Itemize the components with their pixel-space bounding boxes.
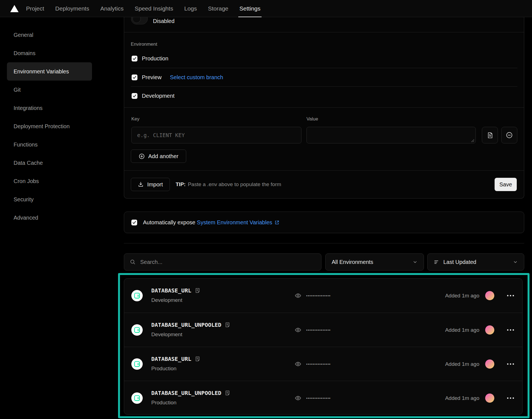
env-var-editor-card: Disabled Environment Production Preview …: [124, 17, 524, 199]
vercel-project-settings-page: Project Deployments Analytics Speed Insi…: [0, 0, 532, 419]
row-actions-menu-icon[interactable]: [507, 396, 515, 400]
sidebar-item-environment-variables[interactable]: Environment Variables: [7, 62, 92, 81]
disabled-toggle-row: Disabled: [124, 17, 524, 32]
neon-integration-icon: [131, 392, 143, 404]
nav-tab-storage[interactable]: Storage: [208, 0, 228, 17]
chevron-down-icon: [513, 259, 518, 264]
sort-dropdown[interactable]: Last Updated: [427, 253, 524, 271]
production-checkbox[interactable]: [132, 56, 137, 61]
sidebar-item-advanced[interactable]: Advanced: [7, 209, 92, 227]
sort-lines-icon: [434, 259, 439, 265]
select-custom-branch-link[interactable]: Select custom branch: [170, 74, 223, 81]
divider: [124, 107, 524, 108]
download-icon: [138, 181, 144, 187]
env-variables-list: DATABASE_URL Development •••••••••••••••…: [124, 278, 523, 415]
reveal-value-eye-icon[interactable]: [295, 361, 301, 367]
row-actions-menu-icon[interactable]: [507, 328, 515, 332]
auto-expose-text: Automatically expose System Environment …: [143, 219, 280, 226]
import-label: Import: [147, 181, 163, 188]
row-actions-menu-icon[interactable]: [507, 293, 515, 298]
env-variable-row: DATABASE_URL_UNPOOLED Development ••••••…: [124, 313, 522, 347]
env-var-environment: Development: [151, 297, 182, 303]
divider: [124, 32, 524, 32]
neon-integration-icon: [131, 324, 143, 336]
sidebar-item-domains[interactable]: Domains: [7, 44, 92, 62]
sidebar-item-integrations[interactable]: Integrations: [7, 99, 92, 117]
vercel-logo-icon[interactable]: [10, 5, 19, 12]
preview-label: Preview: [142, 74, 162, 81]
paste-value-button[interactable]: [482, 127, 498, 143]
checkmark-icon: [132, 94, 137, 98]
masked-value: •••••••••••••••: [306, 347, 331, 381]
add-another-button[interactable]: Add another: [131, 150, 186, 163]
system-env-variables-link[interactable]: System Environment Variables: [197, 219, 272, 225]
auto-expose-checkbox[interactable]: [131, 220, 137, 225]
search-box: [124, 253, 321, 271]
row-actions-menu-icon[interactable]: [507, 362, 515, 366]
environment-section-label: Environment: [131, 42, 157, 47]
search-icon: [130, 259, 136, 265]
sidebar-item-functions[interactable]: Functions: [7, 135, 92, 154]
disabled-toggle-label: Disabled: [153, 18, 175, 24]
development-label: Development: [142, 93, 175, 99]
filter-bar: All Environments Last Updated: [124, 253, 524, 271]
system-env-card: Automatically expose System Environment …: [124, 212, 524, 233]
nav-tab-analytics[interactable]: Analytics: [100, 0, 124, 17]
avatar[interactable]: [485, 325, 494, 335]
nav-tab-project[interactable]: Project: [26, 0, 44, 17]
masked-value: •••••••••••••••: [306, 279, 331, 313]
avatar[interactable]: [485, 394, 494, 403]
preview-checkbox[interactable]: [132, 74, 137, 80]
neon-integration-icon: [131, 290, 143, 301]
env-var-key: DATABASE_URL_UNPOOLED: [151, 322, 221, 328]
note-file-icon[interactable]: [195, 288, 200, 293]
sidebar-item-git[interactable]: Git: [7, 81, 92, 99]
sidebar-item-cron-jobs[interactable]: Cron Jobs: [7, 172, 92, 190]
masked-value: •••••••••••••••: [306, 381, 331, 415]
value-input[interactable]: [306, 127, 476, 143]
env-var-key: DATABASE_URL: [151, 287, 191, 294]
import-tip: TIP: Paste a .env above to populate the …: [176, 178, 281, 191]
development-checkbox[interactable]: [132, 93, 137, 99]
environment-row-development: Development: [131, 86, 517, 105]
avatar[interactable]: [485, 291, 494, 300]
key-input[interactable]: [131, 127, 301, 143]
document-paste-icon: [487, 132, 493, 139]
remove-row-button[interactable]: [501, 127, 517, 143]
checkmark-icon: [132, 56, 137, 61]
note-file-icon[interactable]: [195, 356, 200, 362]
env-var-environment: Production: [151, 400, 177, 406]
added-timestamp: Added 1m ago: [445, 293, 479, 299]
reveal-value-eye-icon[interactable]: [295, 327, 301, 333]
sidebar-item-general[interactable]: General: [7, 26, 92, 44]
divider: [124, 243, 524, 243]
nav-tab-logs[interactable]: Logs: [184, 0, 197, 17]
key-field-label: Key: [131, 116, 139, 122]
save-button[interactable]: Save: [495, 178, 517, 191]
note-file-icon[interactable]: [225, 390, 230, 396]
environment-row-preview: Preview Select custom branch: [131, 68, 517, 86]
env-var-key: DATABASE_URL: [151, 356, 191, 362]
tip-prefix: TIP:: [176, 181, 186, 187]
external-link-icon: [274, 220, 280, 225]
nav-tab-deployments[interactable]: Deployments: [55, 0, 89, 17]
reveal-value-eye-icon[interactable]: [295, 292, 301, 299]
search-input[interactable]: [140, 259, 316, 265]
sidebar-item-deployment-protection[interactable]: Deployment Protection: [7, 117, 92, 135]
auto-expose-prefix: Automatically expose: [143, 219, 195, 225]
avatar[interactable]: [485, 359, 494, 369]
import-button[interactable]: Import: [131, 178, 170, 191]
added-timestamp: Added 1m ago: [445, 327, 479, 333]
reveal-value-eye-icon[interactable]: [295, 395, 301, 402]
sidebar-item-security[interactable]: Security: [7, 190, 92, 209]
value-field-label: Value: [306, 116, 318, 122]
nav-tab-speed-insights[interactable]: Speed Insights: [135, 0, 173, 17]
sidebar-item-data-cache[interactable]: Data Cache: [7, 154, 92, 172]
nav-tab-settings[interactable]: Settings: [239, 0, 260, 17]
note-file-icon[interactable]: [225, 322, 230, 328]
environment-filter-dropdown[interactable]: All Environments: [325, 253, 424, 271]
added-timestamp: Added 1m ago: [445, 361, 479, 367]
add-another-label: Add another: [148, 153, 178, 160]
neon-integration-icon: [131, 358, 143, 370]
tip-text: Paste a .env above to populate the form: [188, 181, 281, 187]
